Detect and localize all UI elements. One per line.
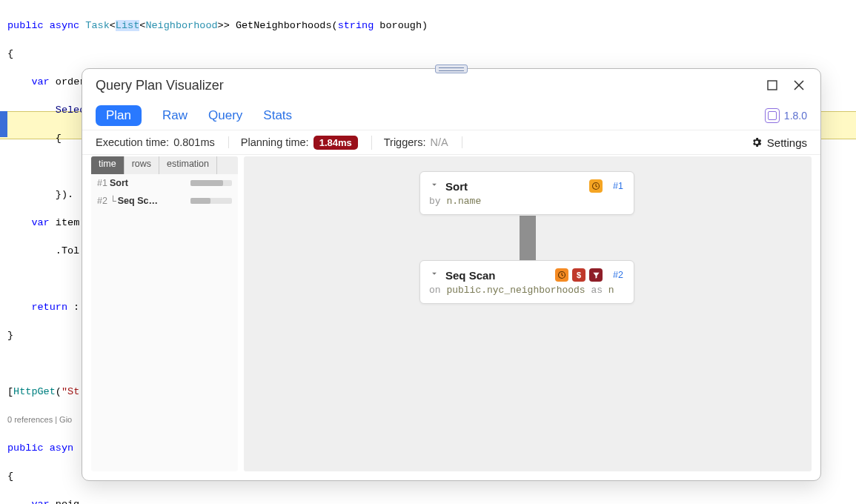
node-ref[interactable]: #1 xyxy=(613,181,623,191)
filter-icon xyxy=(589,268,603,282)
plan-edge xyxy=(520,216,536,260)
plan-canvas[interactable]: Sort #1 by n.name xyxy=(244,156,812,471)
node-detail: by n.name xyxy=(429,196,623,207)
list-tab-time[interactable]: time xyxy=(91,156,125,174)
exec-time-value: 0.801ms xyxy=(173,136,215,148)
plan-time-value: 1.84ms xyxy=(313,136,358,150)
chevron-down-icon[interactable] xyxy=(429,268,439,282)
svg-rect-0 xyxy=(768,81,777,90)
plan-node-sort[interactable]: Sort #1 by n.name xyxy=(419,171,634,215)
tab-plan[interactable]: Plan xyxy=(96,105,142,126)
chevron-down-icon[interactable] xyxy=(429,179,439,193)
list-tab-rows[interactable]: rows xyxy=(125,156,159,174)
exec-time-label: Execution time: xyxy=(96,136,169,148)
settings-button[interactable]: Settings xyxy=(751,136,807,149)
plan-time-label: Planning time: xyxy=(241,136,309,148)
clock-icon xyxy=(589,179,603,193)
cost-icon: $ xyxy=(572,268,585,282)
clock-icon xyxy=(555,268,568,282)
gear-icon xyxy=(751,136,763,148)
version-label: 1.8.0 xyxy=(765,108,807,123)
query-plan-visualizer-window: Query Plan Visualizer Plan Raw Query Sta… xyxy=(82,68,821,481)
operations-list-panel: time rows estimation #1 Sort #2 └ Seq Sc… xyxy=(91,156,238,471)
tab-raw[interactable]: Raw xyxy=(162,108,188,123)
list-item[interactable]: #1 Sort xyxy=(91,174,238,192)
node-detail: on public.nyc_neighborhoods as n xyxy=(429,285,623,296)
drag-handle[interactable] xyxy=(435,64,468,73)
close-button[interactable] xyxy=(791,77,807,93)
tab-stats[interactable]: Stats xyxy=(263,108,292,123)
node-ref[interactable]: #2 xyxy=(613,270,623,280)
list-item[interactable]: #2 └ Seq Sc… xyxy=(91,192,238,210)
tab-query[interactable]: Query xyxy=(208,108,242,123)
app-icon xyxy=(765,108,780,123)
triggers-value: N/A xyxy=(430,136,448,148)
window-title: Query Plan Visualizer xyxy=(96,78,224,93)
list-tab-estimation[interactable]: estimation xyxy=(159,156,217,174)
plan-node-seq-scan[interactable]: Seq Scan $ #2 on public.nyc_neighborhood… xyxy=(419,260,634,304)
triggers-label: Triggers: xyxy=(384,136,426,148)
maximize-button[interactable] xyxy=(764,77,780,93)
